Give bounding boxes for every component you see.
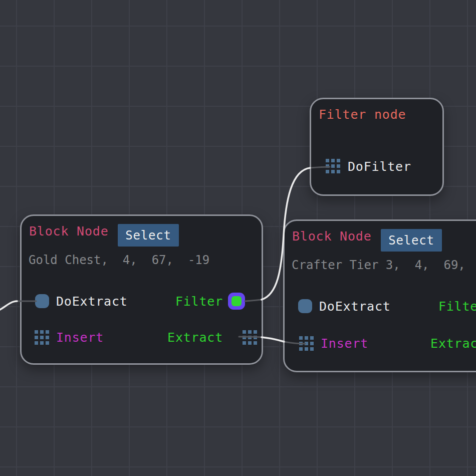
insert-port-icon[interactable] bbox=[35, 330, 38, 334]
block-info: Gold Chest, 4, 67, -19 bbox=[29, 253, 209, 268]
insert-port-label: Insert bbox=[56, 331, 104, 345]
node-title: Filter node bbox=[319, 107, 406, 122]
doextract-label: DoExtract bbox=[56, 295, 128, 309]
doextract-checkbox[interactable] bbox=[298, 299, 312, 313]
wire-offscreen-to-doextract[interactable] bbox=[0, 301, 17, 311]
wire-extract-to-insert[interactable] bbox=[262, 337, 284, 342]
insert-port-label: Insert bbox=[321, 337, 368, 351]
node-filter[interactable]: Filter node DoFilter bbox=[310, 98, 444, 196]
select-button[interactable]: Select bbox=[381, 229, 442, 252]
extract-port-label: Extract bbox=[430, 337, 476, 351]
block-info: Crafter Tier 3, 4, 69, bbox=[292, 258, 465, 273]
filter-port-label: Filter bbox=[438, 300, 476, 314]
node-block-crafter[interactable]: Block Node Select Crafter Tier 3, 4, 69,… bbox=[283, 219, 476, 372]
doextract-checkbox[interactable] bbox=[35, 294, 49, 308]
node-editor-canvas[interactable]: Filter node DoFilter Block Node Select G… bbox=[0, 0, 476, 476]
doextract-label: DoExtract bbox=[319, 300, 391, 314]
filter-socket[interactable] bbox=[228, 293, 245, 310]
node-block-gold-chest[interactable]: Block Node Select Gold Chest, 4, 67, -19… bbox=[20, 214, 263, 365]
filter-port-label: Filter bbox=[175, 295, 223, 309]
select-button[interactable]: Select bbox=[118, 224, 179, 247]
insert-port-icon[interactable] bbox=[299, 336, 303, 340]
dofilter-port-label: DoFilter bbox=[348, 160, 411, 174]
dofilter-port-icon[interactable] bbox=[326, 159, 329, 162]
extract-port-icon[interactable] bbox=[243, 330, 246, 334]
node-title: Block Node bbox=[29, 224, 109, 239]
node-title: Block Node bbox=[292, 229, 372, 244]
extract-port-label: Extract bbox=[167, 331, 223, 345]
